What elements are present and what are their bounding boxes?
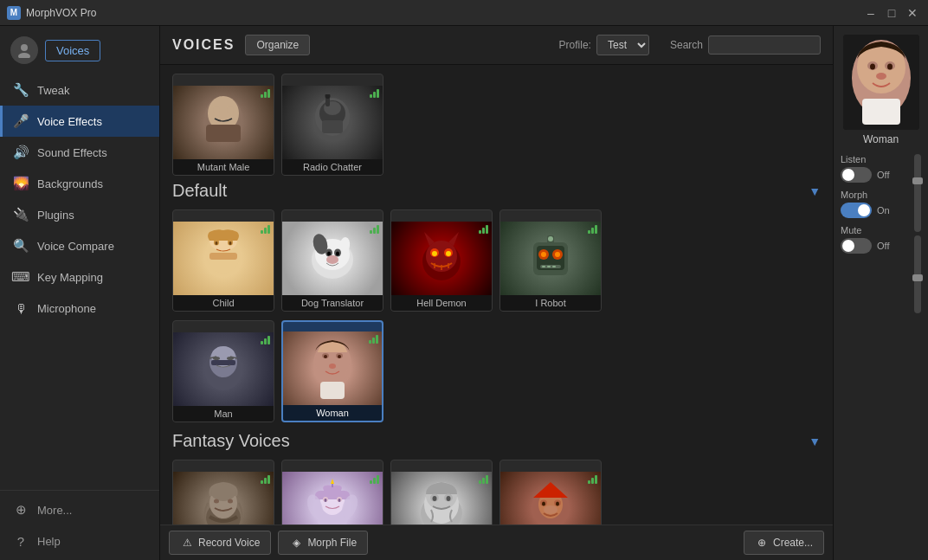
svg-marker-92	[533, 482, 568, 498]
window-controls: – □ ✕	[862, 4, 921, 22]
right-panel: Woman Listen Off Morph	[833, 26, 928, 560]
svg-point-104	[887, 64, 893, 70]
sidebar-item-label: Voice Compare	[37, 240, 114, 253]
sidebar-item-label: Voice Effects	[37, 115, 102, 128]
sidebar-item-tweak[interactable]: 🔧 Tweak	[0, 74, 159, 106]
voice-card-man[interactable]: Man	[172, 320, 274, 422]
search-input[interactable]	[708, 35, 821, 55]
svg-point-72	[228, 499, 233, 503]
morph-toggle[interactable]	[841, 203, 872, 218]
voice-card-label: Hell Demon	[391, 295, 492, 311]
vert-slider-1[interactable]	[914, 154, 921, 232]
vert-slider-thumb-1	[912, 177, 923, 184]
voice-card-child[interactable]: Child	[172, 209, 274, 312]
svg-point-28	[326, 255, 338, 264]
svg-point-0	[21, 44, 28, 51]
record-voice-label: Record Voice	[198, 537, 260, 549]
sidebar-item-label: Sound Effects	[37, 146, 107, 159]
voice-card-image	[173, 472, 274, 525]
voice-grid-area[interactable]: Mutant Male	[160, 65, 833, 525]
voices-nav-button[interactable]: Voices	[45, 40, 100, 61]
voice-card-mutant-male[interactable]: Mutant Male	[172, 74, 274, 176]
voice-card-woman[interactable]: Woman	[281, 320, 383, 422]
sidebar-item-label: Key Mapping	[37, 271, 103, 284]
voices-header: VOICES Organize Profile: Test Search	[160, 26, 833, 65]
sidebar: Voices 🔧 Tweak 🎤 Voice Effects 🔊 Sound E…	[0, 26, 160, 560]
svg-rect-47	[542, 266, 545, 267]
profile-select[interactable]: Test	[596, 35, 649, 55]
voice-card-giant[interactable]: Giant	[390, 460, 493, 525]
default-section-header: Default ▼	[172, 181, 821, 201]
sidebar-item-label: Help	[37, 535, 61, 548]
voice-card-i-robot[interactable]: I Robot	[499, 209, 602, 312]
organize-button[interactable]: Organize	[245, 35, 310, 55]
voice-card-label: Dog Translator	[282, 295, 383, 311]
signal-bars	[588, 475, 597, 484]
restore-button[interactable]: □	[883, 4, 900, 22]
mute-control: Mute Off	[841, 225, 909, 254]
listen-toggle[interactable]	[841, 167, 872, 183]
record-voice-button[interactable]: ⚠ Record Voice	[169, 531, 271, 555]
preview-image	[843, 35, 919, 130]
voices-title: VOICES	[172, 37, 235, 53]
voice-card-hell-demon[interactable]: Hell Demon	[390, 209, 493, 312]
voice-card-dwarf[interactable]: Dwarf	[172, 460, 274, 525]
svg-rect-15	[209, 253, 237, 260]
svg-rect-10	[322, 120, 343, 133]
voice-card-female-pixie[interactable]: Female Pixie	[281, 460, 383, 525]
sidebar-item-plugins[interactable]: 🔌 Plugins	[0, 199, 159, 230]
svg-point-88	[433, 496, 437, 501]
profile-label: Profile:	[559, 39, 591, 51]
sidebar-item-voice-compare[interactable]: 🔍 Voice Compare	[0, 230, 159, 261]
bottom-bar: ⚠ Record Voice ◈ Morph File ⊕ Create...	[160, 525, 833, 560]
svg-rect-4	[206, 125, 241, 142]
recent-voice-row: Mutant Male	[172, 74, 821, 176]
sidebar-item-backgrounds[interactable]: 🌄 Backgrounds	[0, 168, 159, 199]
voice-card-radio-chatter[interactable]: Radio Chatter	[281, 74, 383, 176]
sidebar-item-voice-effects[interactable]: 🎤 Voice Effects	[0, 106, 159, 137]
mute-toggle[interactable]	[841, 238, 872, 254]
sidebar-item-microphone[interactable]: 🎙 Microphone	[0, 293, 159, 324]
fantasy-collapse-button[interactable]: ▼	[809, 434, 821, 448]
svg-rect-49	[552, 266, 556, 267]
mute-toggle-knob	[842, 240, 854, 252]
svg-point-66	[329, 364, 336, 369]
svg-point-36	[446, 251, 451, 256]
main-content: VOICES Organize Profile: Test Search	[160, 26, 833, 560]
search-section: Search	[670, 35, 821, 55]
voice-card-image	[500, 472, 601, 525]
sidebar-item-more[interactable]: ⊕ More...	[0, 494, 159, 525]
morph-file-button[interactable]: ◈ Morph File	[278, 531, 368, 555]
sidebar-item-help[interactable]: ? Help	[0, 525, 159, 557]
backgrounds-icon: 🌄	[13, 176, 29, 191]
minimize-button[interactable]: –	[862, 4, 880, 22]
svg-point-65	[338, 355, 341, 358]
voice-card-image	[391, 222, 492, 295]
sidebar-item-sound-effects[interactable]: 🔊 Sound Effects	[0, 137, 159, 168]
close-button[interactable]: ✕	[904, 4, 921, 22]
mute-toggle-row: Off	[841, 238, 909, 254]
svg-point-26	[327, 251, 331, 255]
svg-point-51	[548, 236, 553, 241]
key-mapping-icon: ⌨	[13, 269, 29, 285]
sidebar-item-label: Plugins	[37, 209, 74, 222]
svg-point-1	[18, 53, 30, 58]
sidebar-item-key-mapping[interactable]: ⌨ Key Mapping	[0, 261, 159, 293]
sidebar-item-label: Backgrounds	[37, 177, 103, 190]
voice-card-image	[282, 472, 383, 525]
svg-rect-55	[211, 360, 235, 365]
plugins-icon: 🔌	[13, 207, 29, 222]
vert-slider-2[interactable]	[914, 235, 921, 313]
create-button[interactable]: ⊕ Create...	[744, 531, 824, 555]
sidebar-top: Voices	[0, 26, 159, 71]
listen-toggle-label: Off	[877, 170, 889, 180]
search-label: Search	[670, 39, 703, 51]
default-collapse-button[interactable]: ▼	[809, 184, 821, 198]
voice-card-nasty-gnome[interactable]: Nasty Gnome	[499, 460, 602, 525]
svg-point-103	[870, 64, 875, 70]
svg-point-79	[325, 499, 327, 502]
vertical-sliders	[914, 154, 921, 313]
svg-rect-106	[862, 99, 900, 125]
voice-card-dog-translator[interactable]: Dog Translator	[281, 209, 383, 312]
svg-marker-82	[331, 479, 334, 484]
